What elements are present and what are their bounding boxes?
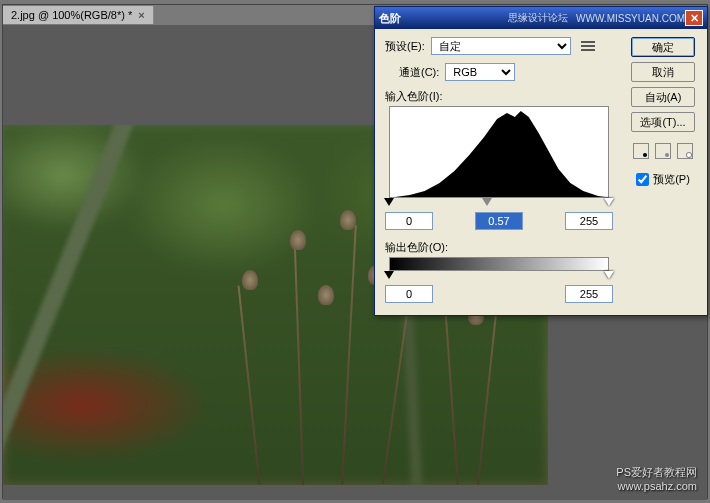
input-slider[interactable] xyxy=(389,198,609,208)
output-levels-label: 输出色阶(O): xyxy=(385,240,621,255)
black-point-handle[interactable] xyxy=(384,198,394,206)
svg-marker-0 xyxy=(395,111,606,197)
preview-label: 预览(P) xyxy=(653,172,690,187)
ok-button[interactable]: 确定 xyxy=(631,37,695,57)
channel-select[interactable]: RGB xyxy=(445,63,515,81)
output-slider[interactable] xyxy=(389,271,609,281)
output-gradient xyxy=(389,257,609,271)
preview-checkbox[interactable] xyxy=(636,173,649,186)
dialog-titlebar[interactable]: 色阶 思缘设计论坛 WWW.MISSYUAN.COM ✕ xyxy=(375,7,707,29)
output-white-handle[interactable] xyxy=(604,271,614,279)
dialog-subtitle: 思缘设计论坛 xyxy=(508,11,568,25)
output-white-field[interactable] xyxy=(565,285,613,303)
levels-dialog: 色阶 思缘设计论坛 WWW.MISSYUAN.COM ✕ 预设(E): 自定 通… xyxy=(374,6,708,316)
input-black-field[interactable] xyxy=(385,212,433,230)
histogram xyxy=(389,106,609,198)
gray-eyedropper-icon[interactable] xyxy=(655,143,671,159)
gamma-handle[interactable] xyxy=(482,198,492,206)
preset-select[interactable]: 自定 xyxy=(431,37,571,55)
options-button[interactable]: 选项(T)... xyxy=(631,112,695,132)
input-levels-label: 输入色阶(I): xyxy=(385,89,621,104)
close-icon[interactable]: ✕ xyxy=(685,10,703,26)
watermark-text: PS爱好者教程网 xyxy=(616,466,697,478)
watermark: PS爱好者教程网 www.psahz.com xyxy=(616,464,697,492)
input-white-field[interactable] xyxy=(565,212,613,230)
dialog-site: WWW.MISSYUAN.COM xyxy=(576,13,685,24)
channel-label: 通道(C): xyxy=(399,65,439,80)
histogram-svg xyxy=(390,105,608,197)
document-tab-title: 2.jpg @ 100%(RGB/8*) * xyxy=(11,9,132,21)
black-eyedropper-icon[interactable] xyxy=(633,143,649,159)
preset-label: 预设(E): xyxy=(385,39,425,54)
close-tab-icon[interactable]: × xyxy=(138,9,144,21)
auto-button[interactable]: 自动(A) xyxy=(631,87,695,107)
watermark-url: www.psahz.com xyxy=(616,480,697,492)
output-black-handle[interactable] xyxy=(384,271,394,279)
dialog-title: 色阶 xyxy=(379,11,401,26)
white-point-handle[interactable] xyxy=(604,198,614,206)
preset-menu-icon[interactable] xyxy=(581,41,595,51)
input-gamma-field[interactable] xyxy=(475,212,523,230)
eyedropper-group xyxy=(633,143,693,159)
cancel-button[interactable]: 取消 xyxy=(631,62,695,82)
white-eyedropper-icon[interactable] xyxy=(677,143,693,159)
output-black-field[interactable] xyxy=(385,285,433,303)
document-tab[interactable]: 2.jpg @ 100%(RGB/8*) * × xyxy=(3,6,154,24)
